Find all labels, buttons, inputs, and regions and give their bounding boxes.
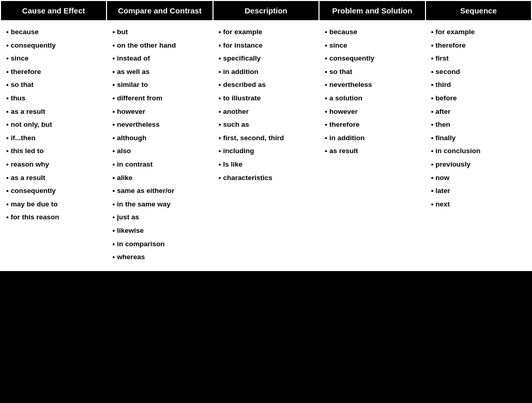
list-item: •however (112, 105, 209, 118)
item-text: described as (223, 79, 266, 91)
item-text: consequently (11, 40, 56, 51)
item-text: not only, but (11, 119, 52, 130)
list-item: •since (6, 52, 103, 65)
list-item: •likewise (112, 224, 209, 237)
item-text: just as (117, 212, 139, 223)
body-sequence: •for example•therefore•first•second•thir… (426, 21, 531, 270)
bullet-icon: • (112, 238, 115, 250)
bullet-icon: • (325, 26, 327, 38)
bullet-icon: • (219, 93, 221, 104)
list-item: •for example (219, 25, 315, 39)
bullet-icon: • (112, 145, 115, 157)
bullet-icon: • (6, 53, 9, 64)
list-item: •consequently (6, 39, 103, 52)
list-item: •instead of (112, 52, 209, 65)
main-table: Cause and Effect•because•consequently•si… (0, 0, 532, 271)
bullet-icon: • (219, 79, 221, 91)
list-item: •however (325, 105, 421, 118)
item-text: characteristics (223, 172, 272, 184)
body-cause-effect: •because•consequently•since•therefore•so… (1, 21, 106, 270)
list-item: •also (112, 144, 209, 158)
item-text: so that (11, 79, 34, 91)
bullet-icon: • (431, 132, 434, 144)
item-text: next (435, 199, 450, 210)
bullet-icon: • (325, 53, 327, 64)
bullet-icon: • (112, 40, 115, 51)
list-item: •a solution (325, 92, 421, 105)
bullet-icon: • (6, 93, 9, 104)
bullet-icon: • (219, 53, 221, 64)
list-item: •may be due to (6, 198, 103, 211)
item-text: since (11, 53, 29, 64)
list-item: •although (112, 131, 209, 145)
item-text: different from (117, 93, 162, 104)
body-problem-solution: •because•since•consequently•so that•neve… (320, 21, 424, 270)
bullet-icon: • (325, 79, 327, 91)
list-item: •because (325, 25, 421, 39)
list-item: •nevertheless (325, 78, 421, 92)
bullet-icon: • (325, 119, 327, 130)
item-text: first (435, 53, 449, 64)
item-text: because (11, 26, 39, 38)
bullet-icon: • (431, 66, 434, 78)
item-text: consequently (329, 53, 374, 64)
item-text: whereas (117, 251, 145, 263)
item-text: later (435, 185, 450, 197)
column-problem-solution: Problem and Solution•because•since•conse… (320, 1, 425, 270)
bullet-icon: • (6, 185, 9, 197)
bullet-icon: • (325, 132, 327, 144)
item-text: however (117, 106, 145, 117)
list-item: •after (431, 105, 528, 118)
list-item: •described as (219, 78, 315, 92)
item-text: in comparison (117, 238, 164, 250)
bullet-icon: • (112, 79, 115, 91)
item-text: such as (223, 119, 249, 130)
list-item: •Is like (219, 158, 315, 171)
bullet-icon: • (6, 199, 9, 210)
list-item: •another (219, 105, 315, 118)
bullet-icon: • (6, 159, 9, 170)
list-item: •such as (219, 118, 315, 131)
item-text: since (329, 40, 347, 51)
item-text: before (435, 93, 457, 104)
list-item: •to illustrate (219, 92, 315, 105)
bullet-icon: • (112, 159, 115, 170)
bullet-icon: • (325, 93, 327, 104)
list-item: •for example (431, 25, 528, 39)
item-text: including (223, 145, 254, 157)
item-text: same as either/or (117, 185, 174, 197)
column-description: Description•for example•for instance•spe… (214, 1, 320, 270)
item-text: for example (435, 26, 475, 38)
list-item: •previously (431, 158, 528, 171)
list-item: •as result (325, 144, 421, 158)
item-text: for instance (223, 40, 263, 51)
list-item: •alike (112, 171, 209, 185)
item-text: therefore (329, 119, 360, 130)
item-text: this led to (11, 145, 44, 157)
item-text: in conclusion (435, 145, 480, 157)
bullet-icon: • (112, 119, 115, 130)
bullet-icon: • (112, 172, 115, 184)
list-item: •as well as (112, 65, 209, 79)
item-text: in addition (223, 66, 259, 78)
list-item: •consequently (6, 184, 103, 198)
list-item: •since (325, 39, 421, 52)
item-text: therefore (435, 40, 466, 51)
bullet-icon: • (112, 53, 115, 64)
bullet-icon: • (6, 26, 9, 38)
bullet-icon: • (112, 66, 115, 78)
item-text: similar to (117, 79, 148, 91)
item-text: in addition (329, 132, 364, 144)
bullet-icon: • (431, 119, 434, 130)
bullet-icon: • (325, 40, 327, 51)
item-text: finally (435, 132, 455, 144)
list-item: •nevertheless (112, 118, 209, 131)
list-item: •reason why (6, 158, 103, 171)
bullet-icon: • (219, 106, 221, 117)
list-item: •so that (6, 78, 103, 92)
bullet-icon: • (431, 185, 434, 197)
item-text: third (435, 79, 451, 91)
list-item: •later (431, 184, 528, 198)
list-item: •whereas (112, 250, 209, 264)
bullet-icon: • (219, 40, 221, 51)
